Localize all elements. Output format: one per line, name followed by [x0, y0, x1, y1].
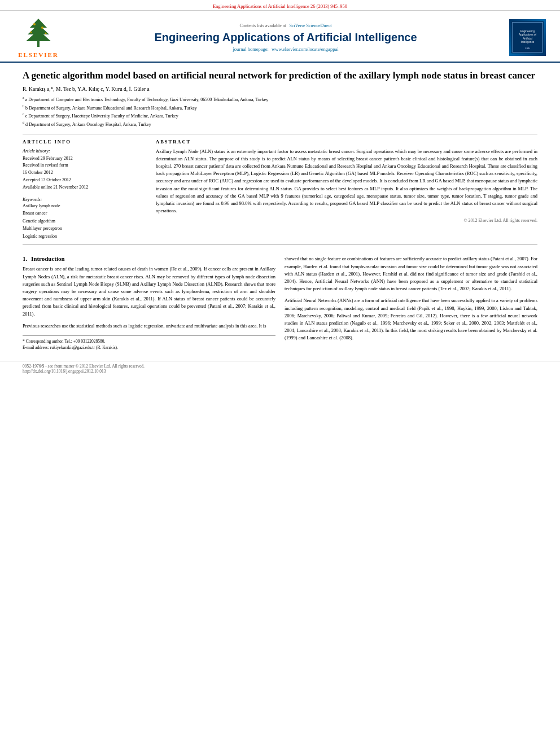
- article-info-column: ARTICLE INFO Article history: Received 2…: [23, 139, 147, 241]
- affiliation-c: c c Department of Surgery, Hacettepe Uni…: [23, 112, 537, 120]
- issn-line: 0952-1976/$ - see front matter © 2012 El…: [23, 364, 537, 369]
- svg-text:Intelligence: Intelligence: [520, 41, 534, 43]
- svg-text:Applications of: Applications of: [519, 33, 537, 36]
- homepage-label: journal homepage:: [233, 46, 269, 52]
- received-date: Received 29 February 2012: [23, 155, 147, 163]
- main-content: A genetic algorithm model based on artif…: [0, 63, 560, 356]
- authors: R. Karakış a,*, M. Tez b, Y.A. Kılıç c, …: [23, 86, 537, 92]
- footnote-area: * Corresponding author. Tel.: +09 031220…: [23, 335, 275, 351]
- ai-logo-icon: Engineering Applications of Artificial I…: [511, 20, 544, 54]
- right-para-2: Artificial Neural Networks (ANNs) are a …: [285, 297, 537, 342]
- keyword-4: Logistic regression: [23, 233, 147, 241]
- svg-text:EAAI: EAAI: [525, 47, 530, 50]
- contents-label: Contents lists available at: [240, 23, 286, 28]
- email-address: E-mail address: rukiyekarakis@gazi.edu.t…: [23, 344, 275, 351]
- body-right: showed that no single feature or combina…: [285, 255, 537, 351]
- keywords-list: Axillary lymph node Breast cancer Geneti…: [23, 202, 147, 241]
- journal-citation: Engineering Applications of Artificial I…: [213, 3, 347, 9]
- sciverse-link: SciVerse ScienceDirect: [290, 23, 332, 28]
- article-info-abstract: ARTICLE INFO Article history: Received 2…: [23, 139, 537, 241]
- keywords-block: Keywords: Axillary lymph node Breast can…: [23, 197, 147, 241]
- journal-header: ELSEVIER Contents lists available at Sci…: [0, 11, 560, 63]
- journal-title-block: Contents lists available at SciVerse Sci…: [67, 23, 505, 52]
- ai-logo-box: Engineering Applications of Artificial I…: [509, 19, 546, 56]
- doi-line: http://dx.doi.org/10.1016/j.engappai.201…: [23, 369, 537, 374]
- body-left: 1. Introduction Breast cancer is one of …: [23, 255, 275, 351]
- author-list: R. Karakış a,*, M. Tez b, Y.A. Kılıç c, …: [23, 86, 150, 92]
- svg-point-5: [41, 27, 43, 29]
- sciverse-line: Contents lists available at SciVerse Sci…: [72, 23, 499, 28]
- svg-point-7: [45, 33, 47, 34]
- keywords-label: Keywords:: [23, 197, 147, 202]
- section-name: Introduction: [31, 255, 65, 262]
- svg-point-4: [33, 23, 36, 25]
- divider-1: [23, 134, 537, 134]
- article-info-heading: ARTICLE INFO: [23, 139, 147, 145]
- affiliations: a a Department of Computer and Electroni…: [23, 95, 537, 128]
- available-date: Available online 21 November 2012: [23, 184, 147, 191]
- intro-para-1: Breast cancer is one of the leading tumo…: [23, 265, 275, 317]
- article-title: A genetic algorithm model based on artif…: [23, 69, 537, 82]
- keyword-0: Axillary lymph node: [23, 202, 147, 210]
- journal-main-title: Engineering Applications of Artificial I…: [72, 30, 499, 44]
- elsevier-tree-icon: [19, 16, 58, 50]
- ai-logo: Engineering Applications of Artificial I…: [505, 19, 550, 56]
- elsevier-brand: ELSEVIER: [18, 51, 59, 58]
- affiliation-b: b b Department of Surgery, Ankara Numune…: [23, 104, 537, 112]
- copyright: © 2012 Elsevier Ltd. All rights reserved…: [156, 218, 537, 223]
- keyword-3: Multilayer perceptron: [23, 225, 147, 233]
- right-para-1: showed that no single feature or combina…: [285, 255, 537, 292]
- journal-homepage: journal homepage: www.elsevier.com/locat…: [72, 46, 499, 52]
- body-content: 1. Introduction Breast cancer is one of …: [23, 255, 537, 351]
- affiliation-d: d d Department of Surgery, Ankara Oncolo…: [23, 120, 537, 128]
- elsevier-logo: ELSEVIER: [10, 16, 67, 58]
- bottom-bar: 0952-1976/$ - see front matter © 2012 El…: [0, 361, 560, 376]
- revised-date: 16 October 2012: [23, 169, 147, 177]
- section-num: 1.: [23, 255, 27, 262]
- revised-label: Received in revised form: [23, 162, 147, 169]
- top-bar: Engineering Applications of Artificial I…: [0, 0, 560, 11]
- svg-marker-3: [26, 30, 51, 41]
- divider-2: [23, 244, 537, 245]
- intro-para-2: Previous researches use the statistical …: [23, 322, 275, 330]
- article-history: Article history: Received 29 February 20…: [23, 148, 147, 191]
- accepted-date: Accepted 17 October 2012: [23, 177, 147, 184]
- history-label: Article history:: [23, 148, 147, 155]
- svg-text:Artificial: Artificial: [523, 37, 532, 40]
- abstract-column: ABSTRACT Axillary Lymph Node (ALN) statu…: [156, 139, 537, 241]
- abstract-heading: ABSTRACT: [156, 139, 537, 145]
- homepage-url: www.elsevier.com/locate/engappai: [272, 46, 338, 52]
- affiliation-a: a a Department of Computer and Electroni…: [23, 95, 537, 103]
- keyword-1: Breast cancer: [23, 209, 147, 217]
- svg-text:Engineering: Engineering: [520, 30, 535, 33]
- svg-point-6: [30, 32, 32, 33]
- intro-title: 1. Introduction: [23, 255, 275, 262]
- keyword-2: Genetic algorithm: [23, 217, 147, 225]
- abstract-text: Axillary Lymph Node (ALN) status is an e…: [156, 148, 537, 215]
- corresponding-author: * Corresponding author. Tel.: +09 031220…: [23, 338, 275, 344]
